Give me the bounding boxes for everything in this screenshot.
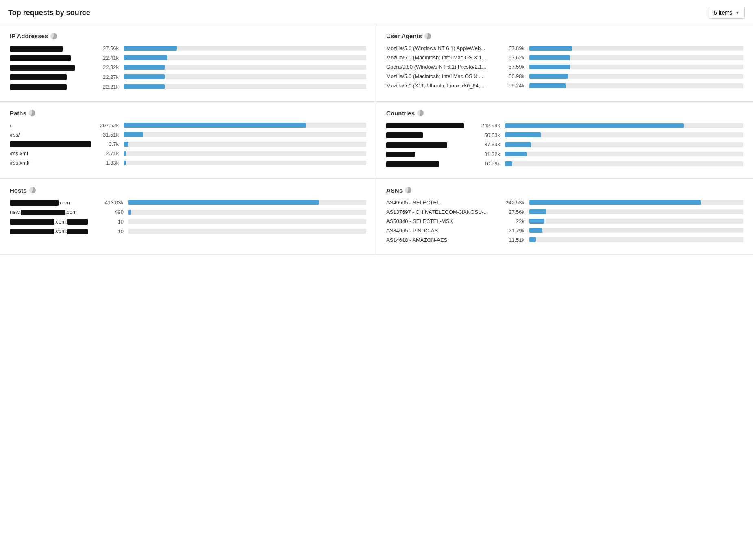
bar-container [124, 142, 366, 147]
pie-icon-countries [417, 110, 424, 116]
row-label [386, 132, 468, 138]
table-row: Opera/9.80 (Windows NT 6.1) Presto/2.1..… [386, 64, 743, 70]
row-value: 490 [94, 209, 124, 215]
items-dropdown[interactable]: 5 items ▼ [709, 7, 745, 19]
row-value: 10.59k [471, 161, 500, 167]
bar-fill [529, 237, 536, 242]
bar-fill [128, 200, 319, 205]
bar-fill [124, 55, 167, 60]
bar-fill [124, 132, 143, 137]
bar-container [124, 46, 366, 51]
table-row: /rss.xml 2.71k [10, 150, 366, 156]
bar-container [505, 161, 743, 166]
row-value: 22.32k [94, 64, 119, 70]
row-value: 21.79k [495, 228, 524, 234]
table-row: Mozilla/5.0 (Macintosh; Intel Mac OS X .… [386, 73, 743, 79]
row-label: Mozilla/5.0 (X11; Ubuntu; Linux x86_64; … [386, 82, 492, 89]
row-value: 10 [94, 228, 124, 234]
bar-fill [529, 228, 542, 233]
bar-container [529, 237, 743, 242]
bar-container [124, 74, 366, 79]
bar-container [529, 200, 743, 205]
row-label [386, 161, 468, 167]
row-value: 56.98k [495, 73, 524, 79]
bar-container [505, 123, 743, 128]
asns-rows: AS49505 - SELECTEL 242.53k AS137697 - CH… [386, 200, 743, 243]
bar-container [529, 83, 743, 88]
row-label: /rss/ [10, 132, 91, 138]
table-row: 22.32k [10, 64, 366, 71]
bar-container [505, 152, 743, 156]
panel-hosts: Hosts .com 413.03k new..com 490 .com: 10… [0, 179, 376, 255]
row-value: 57.59k [495, 64, 524, 70]
ua-title-text: User Agents [386, 33, 422, 39]
row-value: 22.21k [94, 84, 119, 90]
panels-grid: IP Addresses 27.56k 22.41k 22.32k 22.27 [0, 24, 753, 255]
bar-fill [124, 161, 126, 165]
bar-fill [128, 210, 131, 215]
bar-fill [505, 132, 541, 137]
pie-icon-ip [50, 33, 57, 39]
table-row: 50.63k [386, 132, 743, 138]
table-row: /rss.xml/ 1.83k [10, 160, 366, 166]
row-label: Mozilla/5.0 (Macintosh; Intel Mac OS X .… [386, 73, 492, 79]
row-label: .com: [10, 219, 91, 225]
row-value: 50.63k [471, 132, 500, 138]
bar-fill [529, 209, 546, 214]
pie-icon-hosts [29, 187, 36, 193]
table-row: 31.32k [386, 151, 743, 158]
row-label: .com [10, 200, 91, 206]
bar-container [529, 74, 743, 79]
table-row: 22.41k [10, 55, 366, 61]
row-value: 297.52k [94, 122, 119, 128]
table-row: /rss/ 31.51k [10, 132, 366, 138]
row-value: 1.83k [94, 160, 119, 166]
panel-title-countries: Countries [386, 110, 743, 117]
bar-container [529, 219, 743, 224]
table-row: new..com 490 [10, 209, 366, 215]
paths-title-text: Paths [10, 110, 26, 117]
row-label: new..com [10, 209, 91, 215]
row-label [386, 141, 468, 148]
dropdown-label: 5 items [714, 9, 732, 16]
row-label: .com: [10, 228, 91, 234]
table-row: .com: 10 [10, 219, 366, 225]
bar-fill [529, 55, 570, 60]
bar-container [529, 55, 743, 60]
table-row: AS137697 - CHINATELECOM-JIANGSU-... 27.5… [386, 209, 743, 215]
bar-container [128, 229, 366, 234]
bar-fill [124, 123, 306, 128]
row-value: 57.62k [495, 54, 524, 61]
bar-container [505, 142, 743, 147]
row-label: /rss.xml [10, 150, 91, 156]
bar-fill [529, 65, 570, 69]
row-value: 27.56k [495, 209, 524, 215]
table-row: 10.59k [386, 161, 743, 167]
panel-ip-addresses: IP Addresses 27.56k 22.41k 22.32k 22.27 [0, 24, 376, 102]
row-label [386, 122, 468, 129]
table-row: AS50340 - SELECTEL-MSK 22k [386, 218, 743, 224]
asns-title-text: ASNs [386, 187, 403, 194]
panel-title-asns: ASNs [386, 187, 743, 194]
bar-fill [529, 74, 568, 79]
hosts-rows: .com 413.03k new..com 490 .com: 10 .com:… [10, 200, 366, 234]
pie-icon-asns [405, 187, 411, 193]
table-row: AS14618 - AMAZON-AES 11.51k [386, 237, 743, 243]
bar-container [128, 210, 366, 215]
row-label: Mozilla/5.0 (Macintosh; Intel Mac OS X 1… [386, 54, 492, 61]
table-row: .com: 10 [10, 228, 366, 234]
page-title: Top requests by source [8, 9, 90, 17]
row-label: AS137697 - CHINATELECOM-JIANGSU-... [386, 209, 492, 215]
hosts-title-text: Hosts [10, 187, 27, 194]
panel-user-agents: User Agents Mozilla/5.0 (Windows NT 6.1)… [376, 24, 753, 102]
row-label: / [10, 122, 91, 128]
bar-fill [529, 46, 572, 51]
panel-paths: Paths / 297.52k /rss/ 31.51k 3.7k /rss.x… [0, 102, 376, 179]
row-label: AS14618 - AMAZON-AES [386, 237, 492, 243]
bar-fill [505, 142, 531, 147]
paths-rows: / 297.52k /rss/ 31.51k 3.7k /rss.xml 2.7… [10, 122, 366, 166]
row-value: 56.24k [495, 82, 524, 89]
table-row: .com 413.03k [10, 200, 366, 206]
table-row: 22.27k [10, 74, 366, 80]
bar-container [529, 228, 743, 233]
